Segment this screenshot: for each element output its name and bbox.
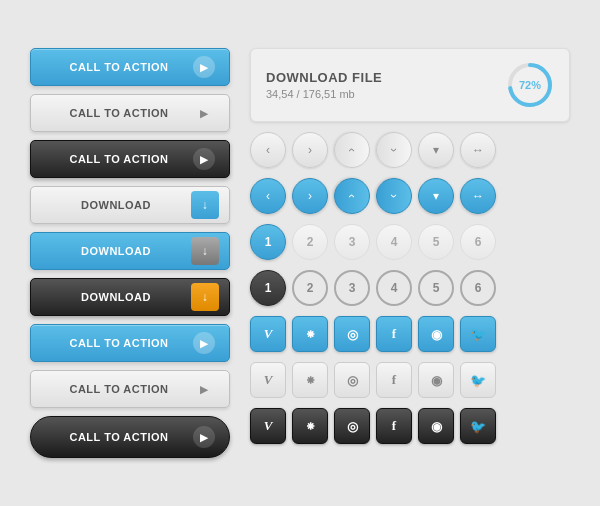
download-button-3[interactable]: DOWNLOAD ↓ <box>30 278 230 316</box>
cta-button-1-label: CALL TO ACTION <box>45 61 193 73</box>
cta-button-2-icon: ▶ <box>193 102 215 124</box>
download-icon-3: ↓ <box>191 283 219 311</box>
flickr-gray[interactable]: ⁕ <box>292 362 328 398</box>
gray-arrow-row: ‹ › ‹ › ▾ ↔ <box>250 132 570 168</box>
rss-dark[interactable]: ◉ <box>418 408 454 444</box>
arrow-down-small-gray[interactable]: ▾ <box>418 132 454 168</box>
download-button-2-label: DOWNLOAD <box>41 245 191 257</box>
twitter-gray[interactable]: 🐦 <box>460 362 496 398</box>
arrow-expand-gray[interactable]: ↔ <box>460 132 496 168</box>
arrow-up-blue[interactable]: ‹ <box>334 178 370 214</box>
cta-button-3-icon: ▶ <box>193 148 215 170</box>
gray-social-row: V ⁕ ◎ f ◉ 🐦 <box>250 362 570 398</box>
flickr-dark[interactable]: ⁕ <box>292 408 328 444</box>
arrow-down-gray[interactable]: › <box>376 132 412 168</box>
twitter-blue[interactable]: 🐦 <box>460 316 496 352</box>
rss-gray[interactable]: ◉ <box>418 362 454 398</box>
num-5-outline[interactable]: 5 <box>418 270 454 306</box>
left-column: CALL TO ACTION ▶ CALL TO ACTION ▶ CALL T… <box>30 48 230 458</box>
vimeo-blue[interactable]: V <box>250 316 286 352</box>
cta-button-3[interactable]: CALL TO ACTION ▶ <box>30 140 230 178</box>
main-container: CALL TO ACTION ▶ CALL TO ACTION ▶ CALL T… <box>15 33 585 473</box>
cta-button-3-label: CALL TO ACTION <box>45 153 193 165</box>
num-2-light[interactable]: 2 <box>292 224 328 260</box>
arrow-left-blue[interactable]: ‹ <box>250 178 286 214</box>
cta-button-6-label: CALL TO ACTION <box>45 431 193 443</box>
num-6-outline[interactable]: 6 <box>460 270 496 306</box>
download-card-title: DOWNLOAD FILE <box>266 70 382 85</box>
num-4-light[interactable]: 4 <box>376 224 412 260</box>
download-card-size: 34,54 / 176,51 mb <box>266 88 382 100</box>
num-3-light[interactable]: 3 <box>334 224 370 260</box>
cta-button-4-label: CALL TO ACTION <box>45 337 193 349</box>
download-icon-1: ↓ <box>191 191 219 219</box>
arrow-expand-blue[interactable]: ↔ <box>460 178 496 214</box>
download-card: DOWNLOAD FILE 34,54 / 176,51 mb 72% <box>250 48 570 122</box>
blue-arrow-row: ‹ › ‹ › ▾ ↔ <box>250 178 570 214</box>
arrow-down-blue[interactable]: › <box>376 178 412 214</box>
dark-social-row: V ⁕ ◎ f ◉ 🐦 <box>250 408 570 444</box>
num-1-dark[interactable]: 1 <box>250 270 286 306</box>
cta-button-6-icon: ▶ <box>193 426 215 448</box>
facebook-gray[interactable]: f <box>376 362 412 398</box>
flickr-blue[interactable]: ⁕ <box>292 316 328 352</box>
progress-label: 72% <box>519 79 541 91</box>
arrow-up-gray[interactable]: ‹ <box>334 132 370 168</box>
right-column: DOWNLOAD FILE 34,54 / 176,51 mb 72% ‹ › … <box>250 48 570 458</box>
arrow-right-blue[interactable]: › <box>292 178 328 214</box>
cta-button-4[interactable]: CALL TO ACTION ▶ <box>30 324 230 362</box>
num-1-blue[interactable]: 1 <box>250 224 286 260</box>
cta-button-1-icon: ▶ <box>193 56 215 78</box>
download-card-info: DOWNLOAD FILE 34,54 / 176,51 mb <box>266 70 382 100</box>
outline-number-row: 1 2 3 4 5 6 <box>250 270 570 306</box>
cta-button-5-icon: ▶ <box>193 378 215 400</box>
download-button-1[interactable]: DOWNLOAD ↓ <box>30 186 230 224</box>
num-4-outline[interactable]: 4 <box>376 270 412 306</box>
num-5-light[interactable]: 5 <box>418 224 454 260</box>
num-6-light[interactable]: 6 <box>460 224 496 260</box>
facebook-blue[interactable]: f <box>376 316 412 352</box>
light-number-row: 1 2 3 4 5 6 <box>250 224 570 260</box>
blue-social-row: V ⁕ ◎ f ◉ 🐦 <box>250 316 570 352</box>
cta-button-6[interactable]: CALL TO ACTION ▶ <box>30 416 230 458</box>
progress-circle: 72% <box>506 61 554 109</box>
cta-button-5-label: CALL TO ACTION <box>45 383 193 395</box>
cta-button-4-icon: ▶ <box>193 332 215 354</box>
vimeo-dark[interactable]: V <box>250 408 286 444</box>
arrow-left-gray[interactable]: ‹ <box>250 132 286 168</box>
cta-button-2[interactable]: CALL TO ACTION ▶ <box>30 94 230 132</box>
dribbble-blue[interactable]: ◎ <box>334 316 370 352</box>
twitter-dark[interactable]: 🐦 <box>460 408 496 444</box>
cta-button-2-label: CALL TO ACTION <box>45 107 193 119</box>
download-icon-2: ↓ <box>191 237 219 265</box>
dribbble-dark[interactable]: ◎ <box>334 408 370 444</box>
dribbble-gray[interactable]: ◎ <box>334 362 370 398</box>
arrow-right-gray[interactable]: › <box>292 132 328 168</box>
num-3-outline[interactable]: 3 <box>334 270 370 306</box>
rss-blue[interactable]: ◉ <box>418 316 454 352</box>
download-button-2[interactable]: DOWNLOAD ↓ <box>30 232 230 270</box>
cta-button-5[interactable]: CALL TO ACTION ▶ <box>30 370 230 408</box>
vimeo-gray[interactable]: V <box>250 362 286 398</box>
num-2-outline[interactable]: 2 <box>292 270 328 306</box>
cta-button-1[interactable]: CALL TO ACTION ▶ <box>30 48 230 86</box>
download-button-3-label: DOWNLOAD <box>41 291 191 303</box>
facebook-dark[interactable]: f <box>376 408 412 444</box>
arrow-down-small-blue[interactable]: ▾ <box>418 178 454 214</box>
download-button-1-label: DOWNLOAD <box>41 199 191 211</box>
